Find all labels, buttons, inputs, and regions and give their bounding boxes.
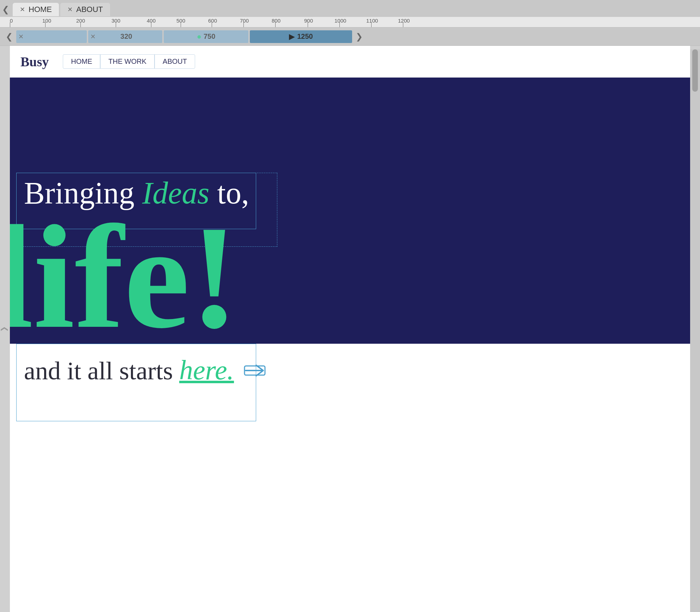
cta-here: here. — [179, 355, 234, 385]
ruler-tick-200 — [80, 22, 81, 27]
responsive-bar: ❮ ✕ ✕ 320 ● 750 ▶ 1250 ❯ — [0, 27, 700, 46]
ruler-tick-1200 — [403, 22, 403, 27]
scrollbar-thumb[interactable] — [692, 49, 698, 92]
nav-link-home[interactable]: HOME — [63, 54, 100, 69]
ruler-mark-100: 100 — [42, 18, 51, 24]
cta-before: and it all starts — [24, 357, 179, 385]
ruler-content: 0 100 200 300 400 500 600 700 800 900 10… — [10, 17, 690, 27]
left-gutter-chevron: ❮ — [1, 326, 9, 332]
ruler-tick-0 — [10, 22, 10, 27]
resp-seg2-close[interactable]: ✕ — [90, 33, 96, 41]
resp-nav-right[interactable]: ❯ — [354, 32, 365, 42]
browser-chrome: ❮ ✕ HOME ✕ ABOUT 0 100 200 300 400 500 6… — [0, 0, 700, 46]
tab-about[interactable]: ✕ ABOUT — [60, 3, 110, 16]
tab-home-close[interactable]: ✕ — [20, 6, 25, 13]
hero-dark: Bringing Ideas to, life! — [10, 78, 690, 344]
ruler-mark-900: 900 — [304, 18, 313, 24]
site-nav: Busy HOME THE WORK ABOUT — [10, 46, 690, 78]
cta-arrow-icon[interactable] — [244, 362, 268, 379]
life-text-container: life! — [10, 210, 690, 344]
resp-nav-left[interactable]: ❮ — [4, 32, 15, 42]
ruler-tick-700 — [243, 22, 244, 27]
main-area: ❮ Busy HOME THE WORK ABOUT — [0, 46, 700, 612]
tab-about-label: ABOUT — [76, 5, 103, 14]
ruler-tick-1000 — [339, 22, 340, 27]
nav-links: HOME THE WORK ABOUT — [63, 54, 195, 69]
resp-segment-1250: ▶ 1250 — [250, 30, 352, 43]
resp-seg1-close[interactable]: ✕ — [18, 33, 24, 41]
nav-link-the-work[interactable]: THE WORK — [100, 54, 155, 69]
left-gutter: ❮ — [0, 46, 10, 612]
nav-back-button[interactable]: ❮ — [0, 5, 11, 14]
ruler-mark-600: 600 — [208, 18, 217, 24]
ruler-mark-700: 700 — [240, 18, 249, 24]
ruler-mark-1000: 1000 — [334, 18, 346, 24]
ruler-tick-1100 — [371, 22, 372, 27]
ruler-tick-800 — [275, 22, 276, 27]
resp-seg3-label: 750 — [204, 32, 215, 41]
ruler-mark-800: 800 — [272, 18, 280, 24]
ruler: 0 100 200 300 400 500 600 700 800 900 10… — [0, 17, 700, 27]
resp-seg2-label: 320 — [120, 32, 132, 41]
nav-link-about[interactable]: ABOUT — [155, 54, 195, 69]
tab-about-close[interactable]: ✕ — [67, 6, 73, 13]
tab-home[interactable]: ✕ HOME — [13, 3, 59, 16]
resp-segment-320: ✕ 320 — [88, 30, 162, 43]
right-scrollbar[interactable] — [690, 46, 700, 612]
ruler-tick-300 — [116, 22, 116, 27]
resp-segment-1: ✕ — [16, 30, 87, 43]
ruler-tick-900 — [308, 22, 308, 27]
ruler-mark-1100: 1100 — [366, 18, 378, 24]
ruler-mark-0: 0 — [10, 18, 13, 24]
ruler-mark-1200: 1200 — [398, 18, 410, 24]
site-logo: Busy — [20, 54, 49, 69]
tab-bar: ❮ ✕ HOME ✕ ABOUT — [0, 0, 700, 17]
hero-spacer — [10, 78, 690, 120]
scrollbar-track — [690, 49, 700, 612]
life-word: life! — [10, 195, 239, 359]
browser-viewport: Busy HOME THE WORK ABOUT Bringing Ideas … — [10, 46, 690, 612]
resp-seg4-arrow: ▶ — [289, 32, 295, 41]
resp-seg3-dot: ● — [197, 32, 201, 41]
ruler-tick-100 — [45, 22, 46, 27]
hero-area: Bringing Ideas to, life! and it all star… — [10, 78, 690, 442]
resp-segment-750: ● 750 — [164, 30, 248, 43]
ruler-tick-400 — [151, 22, 151, 27]
resp-seg4-label: 1250 — [297, 32, 313, 41]
tab-home-label: HOME — [29, 5, 52, 14]
ruler-tick-500 — [181, 22, 181, 27]
ruler-tick-600 — [212, 22, 212, 27]
hero-life: life! — [10, 210, 680, 344]
